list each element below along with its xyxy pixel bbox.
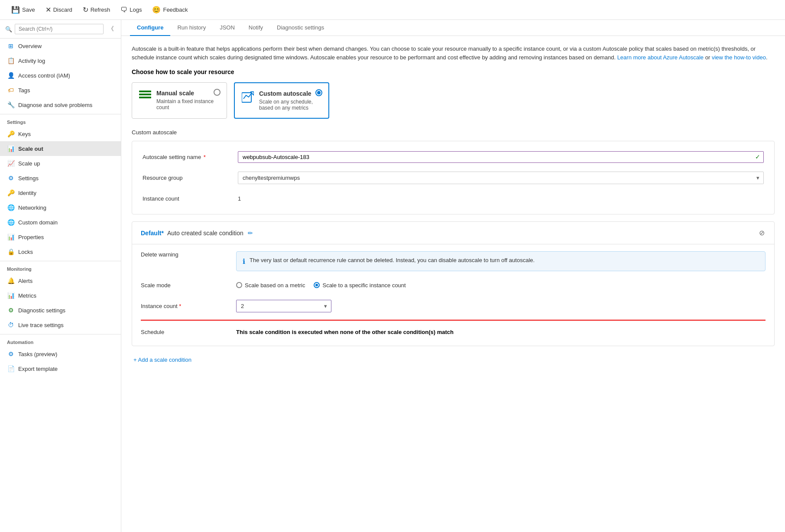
scale-section-title: Choose how to scale your resource	[132, 68, 775, 75]
logs-icon: 🗨	[120, 6, 127, 14]
sidebar-item-live-trace[interactable]: ⏱ Live trace settings	[0, 318, 121, 332]
keys-icon: 🔑	[7, 130, 15, 138]
instance-count-static: 1	[238, 195, 241, 202]
sidebar-search-area: 🔍 《	[0, 20, 121, 39]
instance-count-select[interactable]: 2 1 3 4	[236, 300, 331, 312]
sidebar-item-custom-domain[interactable]: 🌐 Custom domain	[0, 215, 121, 230]
live-trace-icon: ⏱	[7, 321, 15, 329]
learn-more-link[interactable]: Learn more about Azure Autoscale	[617, 54, 704, 61]
save-icon: 💾	[11, 6, 20, 14]
content-body: Autoscale is a built-in feature that hel…	[121, 36, 785, 375]
autoscale-name-input-wrapper: ✓	[238, 151, 764, 163]
content-area: Configure Run history JSON Notify Diagno…	[121, 20, 785, 532]
custom-autoscale-content: Custom autoscale Scale on any schedule, …	[259, 90, 321, 111]
settings-section-label: Settings	[0, 114, 121, 127]
save-button[interactable]: 💾 Save	[7, 3, 39, 16]
schedule-row: Schedule This scale condition is execute…	[141, 325, 766, 339]
resource-group-value: chenyltestpremiumwps	[238, 172, 764, 184]
networking-icon: 🌐	[7, 204, 15, 211]
condition-auto-created-label: Auto created scale condition	[167, 230, 243, 237]
scale-out-icon: 📊	[7, 145, 15, 152]
svg-rect-3	[242, 93, 251, 102]
sidebar-item-access-control[interactable]: 👤 Access control (IAM)	[0, 68, 121, 83]
info-icon: ℹ	[243, 257, 245, 266]
delete-warning-label: Delete warning	[141, 251, 236, 258]
sidebar-item-identity[interactable]: 🔑 Identity	[0, 185, 121, 200]
manual-scale-radio[interactable]	[214, 89, 221, 96]
add-scale-condition-button[interactable]: + Add a scale condition	[132, 353, 191, 367]
schedule-text: This scale condition is executed when no…	[236, 329, 454, 335]
sidebar-item-networking[interactable]: 🌐 Networking	[0, 200, 121, 215]
red-separator	[141, 320, 766, 321]
feedback-button[interactable]: 😊 Feedback	[148, 3, 192, 16]
resource-group-select[interactable]: chenyltestpremiumwps	[238, 172, 764, 184]
tab-diagnostic-settings[interactable]: Diagnostic settings	[270, 20, 331, 36]
manual-scale-desc: Maintain a fixed instance count	[156, 98, 220, 110]
scale-metric-option[interactable]: Scale based on a metric	[236, 282, 305, 289]
tab-notify[interactable]: Notify	[242, 20, 270, 36]
sidebar-collapse-button[interactable]: 《	[106, 23, 116, 35]
schedule-value: This scale condition is executed when no…	[236, 329, 766, 335]
sidebar-item-locks[interactable]: 🔒 Locks	[0, 244, 121, 259]
condition-instance-count-value: 2 1 3 4	[236, 300, 766, 312]
sidebar-item-keys[interactable]: 🔑 Keys	[0, 127, 121, 141]
search-input[interactable]	[15, 24, 104, 34]
autoscale-form-section: Autoscale setting name * ✓ Resource grou…	[132, 141, 775, 214]
sidebar-item-tags[interactable]: 🏷 Tags	[0, 83, 121, 97]
description-text: Autoscale is a built-in feature that hel…	[132, 45, 775, 62]
sidebar-item-diagnostic-settings[interactable]: ⚙ Diagnostic settings	[0, 303, 121, 318]
sidebar-item-tasks[interactable]: ⚙ Tasks (preview)	[0, 347, 121, 361]
tab-bar: Configure Run history JSON Notify Diagno…	[121, 20, 785, 36]
sidebar-item-properties[interactable]: 📊 Properties	[0, 230, 121, 244]
feedback-icon: 😊	[152, 6, 161, 14]
tab-configure[interactable]: Configure	[130, 20, 170, 36]
custom-autoscale-title: Custom autoscale	[259, 90, 321, 97]
access-control-icon: 👤	[7, 71, 15, 79]
tab-run-history[interactable]: Run history	[170, 20, 213, 36]
sidebar-item-overview[interactable]: ⊞ Overview	[0, 39, 121, 53]
sidebar-item-settings[interactable]: ⚙ Settings	[0, 171, 121, 185]
condition-default-label: Default*	[141, 230, 164, 237]
resource-group-select-wrapper: chenyltestpremiumwps	[238, 172, 764, 184]
condition-delete-button[interactable]: ⊘	[758, 228, 766, 238]
locks-icon: 🔒	[7, 248, 15, 256]
overview-icon: ⊞	[7, 42, 15, 50]
custom-autoscale-desc: Scale on any schedule, based on any metr…	[259, 99, 321, 111]
schedule-label: Schedule	[141, 329, 236, 335]
autoscale-name-input[interactable]	[238, 151, 764, 163]
svg-rect-2	[139, 97, 151, 98]
refresh-button[interactable]: ↻ Refresh	[78, 3, 115, 16]
scale-metric-radio[interactable]	[236, 282, 242, 288]
scale-mode-value: Scale based on a metric Scale to a speci…	[236, 282, 766, 289]
export-template-icon: 📄	[7, 365, 15, 373]
sidebar-item-diagnose[interactable]: 🔧 Diagnose and solve problems	[0, 97, 121, 112]
scale-instance-radio[interactable]	[314, 282, 320, 288]
logs-button[interactable]: 🗨 Logs	[116, 4, 146, 16]
tab-json[interactable]: JSON	[213, 20, 242, 36]
delete-warning-row: Delete warning ℹ The very last or defaul…	[141, 251, 766, 271]
custom-autoscale-radio[interactable]	[315, 89, 322, 96]
custom-domain-icon: 🌐	[7, 218, 15, 226]
monitoring-section-label: Monitoring	[0, 261, 121, 273]
manual-scale-card[interactable]: Manual scale Maintain a fixed instance c…	[132, 82, 227, 119]
condition-instance-count-row: Instance count * 2 1 3 4	[141, 299, 766, 313]
sidebar-item-scale-up[interactable]: 📈 Scale up	[0, 156, 121, 171]
condition-edit-button[interactable]: ✏	[247, 229, 254, 237]
sidebar-item-scale-out[interactable]: 📊 Scale out	[0, 141, 121, 156]
sidebar-item-activity-log[interactable]: 📋 Activity log	[0, 53, 121, 68]
sidebar-item-export-template[interactable]: 📄 Export template	[0, 361, 121, 376]
identity-icon: 🔑	[7, 189, 15, 197]
sidebar-item-metrics[interactable]: 📊 Metrics	[0, 288, 121, 303]
svg-rect-1	[139, 94, 151, 95]
sidebar: 🔍 《 ⊞ Overview 📋 Activity log 👤 Access c…	[0, 20, 121, 532]
discard-icon: ✕	[45, 6, 51, 14]
custom-autoscale-card[interactable]: Custom autoscale Scale on any schedule, …	[234, 82, 329, 119]
sidebar-item-alerts[interactable]: 🔔 Alerts	[0, 273, 121, 288]
discard-button[interactable]: ✕ Discard	[41, 3, 77, 16]
scale-up-icon: 📈	[7, 159, 15, 167]
scale-instance-option[interactable]: Scale to a specific instance count	[314, 282, 405, 289]
settings-icon: ⚙	[7, 174, 15, 182]
tags-icon: 🏷	[7, 86, 15, 94]
how-to-video-link[interactable]: view the how-to video	[712, 54, 766, 61]
instance-count-select-wrapper: 2 1 3 4	[236, 300, 331, 312]
